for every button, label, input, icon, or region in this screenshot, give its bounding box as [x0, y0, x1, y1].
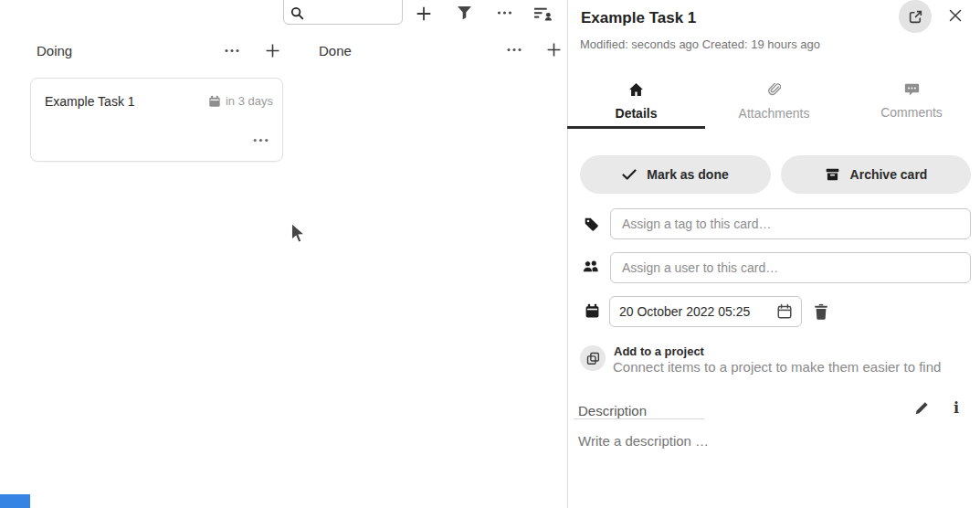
search-box[interactable]	[283, 0, 403, 25]
column-doing-menu-button[interactable]	[224, 47, 240, 54]
plus-icon	[546, 42, 562, 58]
column-doing-add-button[interactable]	[264, 42, 280, 58]
add-to-project-title: Add to a project	[614, 344, 704, 358]
edit-description-button[interactable]	[913, 399, 931, 417]
add-to-project-subtitle: Connect items to a project to make them …	[613, 359, 941, 375]
app-window: Doing Done Example Task 1 in 3 days Exam…	[0, 0, 980, 508]
search-icon	[290, 6, 304, 20]
filter-button[interactable]	[456, 5, 473, 21]
ellipsis-icon	[253, 138, 269, 143]
active-tab-indicator	[567, 126, 705, 129]
column-title-doing: Doing	[37, 43, 72, 58]
search-input[interactable]	[309, 6, 391, 20]
add-card-toolbar-button[interactable]	[415, 5, 433, 22]
tab-comments-label: Comments	[880, 105, 943, 120]
sort-tasks-button[interactable]	[533, 4, 554, 23]
panel-title: Example Task 1	[581, 9, 696, 27]
tab-comments[interactable]: Comments	[843, 78, 980, 126]
home-icon	[628, 82, 644, 98]
due-date-field[interactable]: 20 October 2022 05:25	[609, 296, 802, 327]
description-info-button[interactable]: i	[950, 397, 963, 418]
comment-icon	[904, 82, 920, 97]
mouse-cursor	[290, 222, 307, 249]
calendar-icon	[585, 303, 600, 323]
users-icon	[582, 259, 600, 278]
assign-tag-input[interactable]	[610, 208, 971, 239]
description-separator	[574, 418, 704, 419]
assign-user-input[interactable]	[610, 252, 971, 283]
tag-icon	[584, 217, 599, 236]
due-date-value: 20 October 2022 05:25	[619, 304, 750, 319]
column-done-add-button[interactable]	[545, 41, 562, 58]
panel-meta: Modified: seconds ago Created: 19 hours …	[580, 37, 820, 51]
plus-icon	[416, 5, 432, 22]
close-icon	[948, 8, 963, 23]
external-link-icon	[908, 9, 923, 25]
mark-as-done-label: Mark as done	[647, 167, 728, 182]
bottom-left-accent	[0, 494, 30, 508]
ellipsis-icon	[225, 48, 239, 53]
tab-attachments-label: Attachments	[739, 106, 810, 121]
card-menu-button[interactable]	[252, 136, 269, 143]
check-icon	[622, 168, 637, 181]
task-card-due: in 3 days	[208, 94, 273, 108]
board-menu-button[interactable]	[496, 9, 512, 16]
tab-details-label: Details	[616, 106, 658, 121]
tab-details[interactable]: Details	[567, 78, 705, 126]
plus-icon	[265, 43, 280, 58]
calendar-icon	[208, 95, 221, 108]
due-label: in 3 days	[226, 94, 273, 108]
task-card[interactable]: Example Task 1 in 3 days	[30, 78, 283, 162]
description-placeholder[interactable]: Write a description …	[578, 433, 709, 449]
archive-card-label: Archive card	[850, 167, 928, 182]
info-icon: i	[954, 399, 959, 417]
sort-person-icon	[534, 5, 553, 22]
ellipsis-icon	[507, 48, 522, 52]
archive-card-button[interactable]: Archive card	[781, 155, 971, 194]
task-card-title: Example Task 1	[45, 94, 135, 109]
trash-icon	[813, 303, 829, 321]
calendar-outline-icon	[776, 303, 793, 320]
remove-date-button[interactable]	[812, 302, 830, 321]
tab-attachments[interactable]: Attachments	[705, 78, 843, 126]
funnel-icon	[457, 5, 472, 20]
paperclip-icon	[767, 82, 781, 98]
column-title-done: Done	[319, 43, 352, 58]
close-panel-button[interactable]	[947, 7, 964, 24]
ellipsis-icon	[497, 10, 512, 16]
date-picker-button[interactable]	[775, 302, 794, 321]
description-label: Description	[578, 403, 647, 418]
archive-icon	[825, 167, 840, 182]
panel-divider	[567, 0, 568, 508]
open-in-window-button[interactable]	[899, 0, 932, 33]
pencil-icon	[914, 400, 930, 416]
mark-as-done-button[interactable]: Mark as done	[580, 155, 771, 194]
column-done-menu-button[interactable]	[506, 46, 522, 53]
